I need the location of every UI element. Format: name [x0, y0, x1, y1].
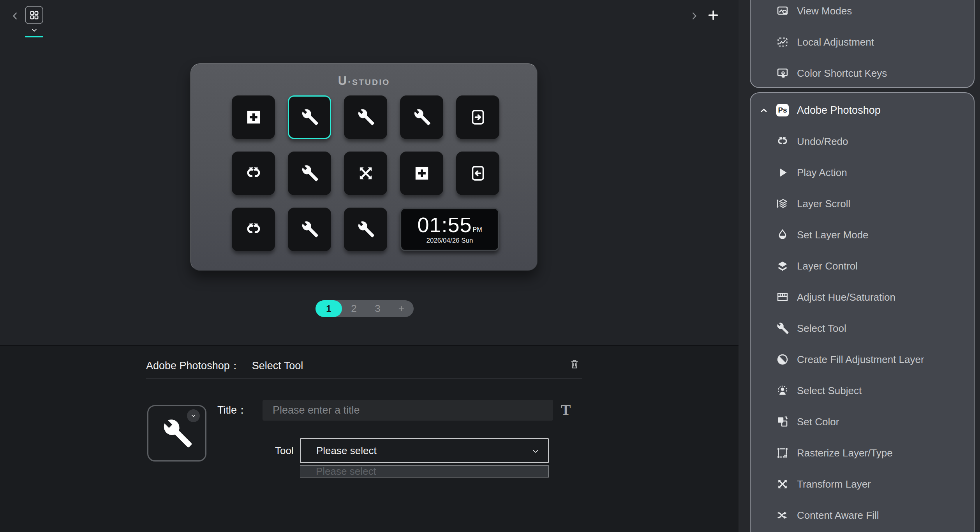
device-tab-button[interactable]	[25, 6, 43, 24]
title-input[interactable]	[263, 400, 553, 421]
select-subject-icon	[776, 384, 790, 398]
page-back-icon	[469, 164, 487, 183]
wrench-icon	[356, 108, 375, 127]
sidebar-item-select-tool[interactable]: Select Tool	[751, 313, 974, 344]
layer-scroll-icon	[776, 197, 790, 211]
tool-dropdown-option[interactable]: Please select	[300, 465, 549, 477]
sidebar-item-play-action[interactable]: Play Action	[751, 157, 974, 188]
view-modes-icon	[776, 4, 790, 18]
general-actions-card: View Modes Local Adjustment Color Shortc…	[750, 0, 975, 88]
chevron-down-icon	[190, 413, 197, 419]
device-brand-logo: U·STUDIO	[191, 74, 537, 88]
tool-select-value: Please select	[316, 445, 377, 457]
square-plus-icon	[412, 164, 431, 183]
config-app-name: Adobe Photoshop：	[146, 359, 240, 373]
page-selector: 1 2 3 +	[316, 300, 414, 317]
config-header: Adobe Photoshop： Select Tool	[146, 356, 303, 375]
play-icon	[776, 166, 790, 180]
header-divider	[146, 379, 582, 379]
config-action-name: Select Tool	[252, 360, 303, 372]
sidebar-item-create-fill-adjustment-layer[interactable]: Create Fill Adjustment Layer	[751, 344, 974, 375]
key-wrench[interactable]	[344, 208, 387, 251]
sidebar-item-set-layer-mode[interactable]: Set Layer Mode	[751, 219, 974, 250]
wrench-icon	[300, 108, 319, 127]
chevron-down-icon	[531, 447, 540, 456]
transform-icon	[776, 477, 790, 491]
sidebar-item-layer-scroll[interactable]: Layer Scroll	[751, 188, 974, 219]
key-wrench[interactable]	[400, 95, 443, 139]
tile-expand-button[interactable]	[187, 409, 200, 422]
sidebar-item-color-shortcut-keys[interactable]: Color Shortcut Keys	[751, 58, 974, 89]
photoshop-section-header[interactable]: Ps Adobe Photoshop	[751, 95, 974, 126]
clock-date: 2026/04/26 Sun	[426, 237, 473, 245]
add-page-chip-button[interactable]: +	[390, 300, 413, 317]
page-1-button[interactable]: 1	[316, 300, 342, 317]
sidebar-item-view-modes[interactable]: View Modes	[751, 0, 974, 26]
wrench-icon	[356, 220, 375, 239]
hue-saturation-icon	[776, 290, 790, 304]
local-adjustment-icon	[776, 35, 790, 49]
title-label: Title：	[217, 400, 247, 421]
clock-time: 01:55PM	[417, 214, 482, 235]
key-preview-tile[interactable]	[147, 405, 206, 462]
active-tab-underline	[25, 36, 43, 37]
wrench-icon	[412, 108, 431, 127]
sidebar-item-transform-layer[interactable]: Transform Layer	[751, 469, 974, 500]
transform-icon	[356, 164, 375, 183]
undo-redo-icon	[776, 134, 790, 148]
clock-widget[interactable]: 01:55PM 2026/04/26 Sun	[400, 208, 499, 251]
sidebar-item-layer-control[interactable]: Layer Control	[751, 250, 974, 282]
key-square-plus[interactable]	[400, 151, 443, 195]
page-forward-icon	[469, 108, 487, 127]
next-device-chevron-icon[interactable]	[689, 11, 699, 21]
main-area: U·STUDIO 01:55PM 2026/04/26 Sun 1 2 3 +	[0, 0, 739, 532]
square-plus-icon	[244, 108, 263, 127]
text-style-button[interactable]: T	[561, 402, 571, 417]
key-transform[interactable]	[344, 151, 387, 195]
key-wrench[interactable]	[288, 208, 331, 251]
undo-redo-icon	[244, 164, 263, 183]
set-color-icon	[776, 415, 790, 429]
sidebar-item-adjust-hue-saturation[interactable]: Adjust Hue/Saturation	[751, 282, 974, 313]
key-page-back[interactable]	[456, 151, 499, 195]
tool-label: Tool	[275, 438, 294, 463]
key-wrench[interactable]	[288, 151, 331, 195]
sidebar-item-undo-redo[interactable]: Undo/Redo	[751, 126, 974, 157]
key-page-forward[interactable]	[456, 95, 499, 139]
add-device-button[interactable]	[707, 9, 720, 22]
device-preview: U·STUDIO 01:55PM 2026/04/26 Sun	[190, 63, 538, 271]
shuffle-icon	[776, 508, 790, 522]
rasterize-icon	[776, 446, 790, 460]
key-undo-redo[interactable]	[232, 151, 275, 195]
sidebar-item-local-adjustment[interactable]: Local Adjustment	[751, 26, 974, 58]
page-3-button[interactable]: 3	[366, 300, 390, 317]
delete-action-button[interactable]	[569, 358, 580, 371]
key-config-panel: Adobe Photoshop： Select Tool Title： T To…	[0, 345, 739, 532]
wrench-icon	[776, 321, 790, 335]
sidebar-item-content-aware-fill[interactable]: Content Aware Fill	[751, 500, 974, 531]
wrench-icon	[160, 417, 193, 450]
key-wrench-selected[interactable]	[288, 95, 331, 139]
sidebar-item-rasterize-layer-type[interactable]: Rasterize Layer/Type	[751, 437, 974, 469]
prev-device-chevron-icon[interactable]	[10, 11, 20, 21]
actions-sidebar: View Modes Local Adjustment Color Shortc…	[739, 0, 980, 532]
page-2-button[interactable]: 2	[342, 300, 366, 317]
sidebar-item-set-color[interactable]: Set Color	[751, 406, 974, 437]
photoshop-actions-card: Ps Adobe Photoshop Undo/Redo Play Action…	[750, 92, 975, 532]
key-undo-redo[interactable]	[232, 208, 275, 251]
wrench-icon	[300, 164, 319, 183]
key-square-plus[interactable]	[232, 95, 275, 139]
layers-icon	[776, 259, 790, 273]
photoshop-icon: Ps	[776, 104, 789, 116]
half-circle-icon	[776, 352, 790, 366]
trash-icon	[569, 358, 580, 371]
tool-select[interactable]: Please select	[300, 438, 549, 463]
key-wrench[interactable]	[344, 95, 387, 139]
sidebar-item-select-subject[interactable]: Select Subject	[751, 375, 974, 406]
droplet-icon	[776, 228, 790, 242]
tab-chevron-down-icon[interactable]	[30, 27, 39, 34]
chevron-up-icon[interactable]	[758, 106, 769, 115]
color-shortcut-keys-icon	[776, 66, 790, 80]
undo-redo-icon	[244, 220, 263, 239]
grid-icon	[29, 10, 40, 21]
